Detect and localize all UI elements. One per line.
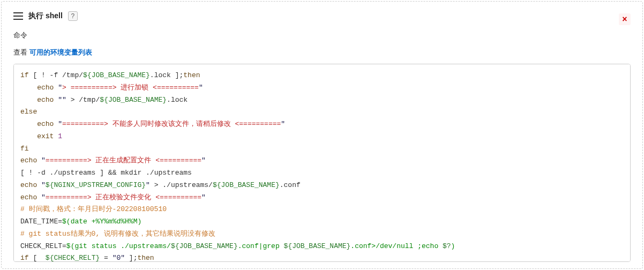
env-link-row: 查看 可用的环境变量列表 — [13, 48, 631, 57]
drag-handle-icon[interactable] — [13, 12, 23, 20]
see-label: 查看 — [13, 48, 29, 56]
close-button[interactable]: × — [619, 13, 631, 25]
shell-code: if [ ! -f /tmp/${JOB_BASE_NAME}.lock ];t… — [20, 70, 624, 262]
panel-title: 执行 shell — [28, 11, 63, 21]
panel-header: 执行 shell ? — [13, 11, 631, 21]
shell-command-input[interactable]: if [ ! -f /tmp/${JOB_BASE_NAME}.lock ];t… — [13, 64, 631, 262]
close-icon: × — [622, 14, 627, 24]
help-icon[interactable]: ? — [68, 11, 78, 21]
command-label: 命令 — [13, 31, 631, 40]
env-vars-link[interactable]: 可用的环境变量列表 — [29, 48, 92, 56]
build-step-panel: × 执行 shell ? 命令 查看 可用的环境变量列表 if [ ! -f /… — [1, 1, 643, 269]
